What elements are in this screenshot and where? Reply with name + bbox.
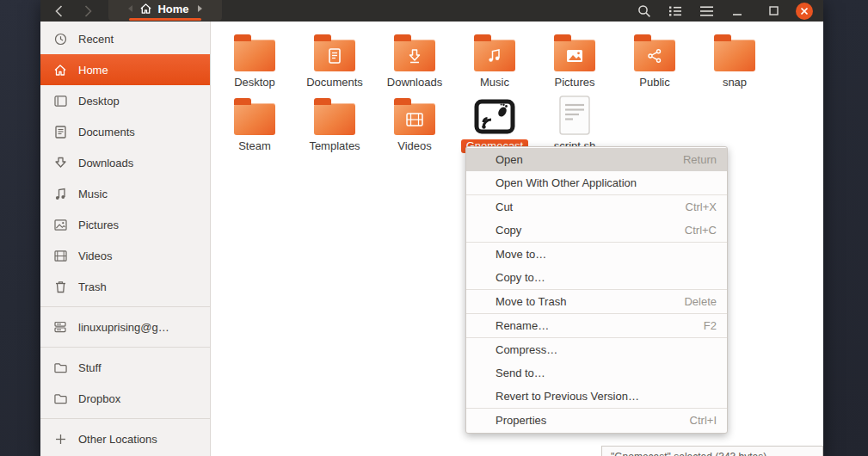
download-icon	[394, 40, 435, 71]
sidebar-label: Videos	[78, 250, 113, 262]
status-text: "Gnomecast" selected (343 bytes)	[611, 451, 766, 456]
path-scroll-left-icon[interactable]	[125, 5, 132, 12]
sidebar-item-desktop[interactable]: Desktop	[40, 85, 210, 116]
chevron-right-icon	[83, 4, 93, 18]
file-item-templates[interactable]: Templates	[296, 95, 373, 153]
file-item-pictures[interactable]: Pictures	[536, 31, 613, 89]
menu-item-shortcut: Return	[683, 153, 717, 166]
server-icon	[53, 320, 67, 334]
sidebar-item-google-account[interactable]: linuxuprising@g…	[40, 311, 210, 342]
sidebar-label: Dropbox	[78, 392, 120, 405]
recent-icon	[53, 32, 67, 46]
app-menu-button[interactable]	[691, 0, 722, 22]
file-item-steam[interactable]: Steam	[216, 95, 293, 153]
plus-icon	[53, 432, 67, 446]
sidebar-label: Home	[78, 64, 108, 77]
menu-item-cut[interactable]: Cut Ctrl+X	[466, 195, 727, 219]
sidebar-item-home[interactable]: Home	[40, 54, 210, 85]
menu-item-move-to-trash[interactable]: Move to Trash Delete	[466, 290, 727, 313]
file-label: Desktop	[229, 76, 280, 89]
forward-button[interactable]	[78, 0, 97, 22]
file-grid: Desktop Documents Downloads	[211, 22, 823, 456]
folder-icon	[394, 40, 435, 71]
home-icon	[53, 63, 67, 77]
minimize-button[interactable]	[722, 0, 753, 22]
search-icon	[637, 4, 651, 18]
file-label: snap	[717, 76, 752, 89]
sidebar-label: Recent	[78, 33, 114, 46]
menu-item-send-to[interactable]: Send to…	[466, 361, 727, 385]
path-scroll-right-icon[interactable]	[198, 5, 206, 12]
sidebar-item-downloads[interactable]: Downloads	[40, 147, 210, 178]
menu-item-move-to[interactable]: Move to…	[466, 243, 727, 266]
menu-item-properties[interactable]: Properties Ctrl+I	[466, 409, 727, 432]
breadcrumb-home-button[interactable]: Home	[139, 3, 188, 15]
folder-icon	[634, 40, 675, 71]
view-toggle-button[interactable]	[660, 0, 691, 22]
folder-icon	[714, 40, 755, 71]
file-label: Steam	[233, 139, 276, 153]
sidebar-item-trash[interactable]: Trash	[40, 271, 210, 302]
menu-item-label: Copy	[496, 224, 521, 237]
sidebar-item-recent[interactable]: Recent	[40, 23, 210, 54]
sidebar-item-pictures[interactable]: Pictures	[40, 209, 210, 240]
maximize-icon	[769, 6, 779, 15]
folder-icon	[394, 103, 435, 135]
sidebar-item-documents[interactable]: Documents	[40, 116, 210, 147]
menu-item-copy[interactable]: Copy Ctrl+C	[466, 219, 727, 242]
menu-item-copy-to[interactable]: Copy to…	[466, 266, 727, 289]
menu-item-label: Rename…	[496, 319, 549, 332]
status-bar: "Gnomecast" selected (343 bytes)	[601, 446, 823, 456]
sidebar-item-other-locations[interactable]: Other Locations	[40, 423, 210, 454]
menu-item-shortcut: Ctrl+X	[686, 200, 717, 213]
documents-icon	[53, 125, 67, 139]
close-button[interactable]	[796, 3, 813, 20]
file-item-snap[interactable]: snap	[696, 31, 773, 89]
sidebar-label: Downloads	[78, 157, 133, 169]
file-item-desktop[interactable]: Desktop	[216, 31, 293, 89]
file-label: Public	[634, 76, 674, 89]
header-actions	[629, 0, 823, 22]
downloads-icon	[53, 156, 67, 169]
file-item-documents[interactable]: Documents	[296, 31, 373, 89]
sidebar-separator	[40, 347, 210, 348]
sidebar-label: Documents	[78, 126, 135, 139]
sidebar-label: Pictures	[78, 219, 119, 231]
back-button[interactable]	[49, 0, 68, 22]
desktop-icon	[53, 94, 67, 108]
sidebar-item-stuff[interactable]: Stuff	[40, 352, 210, 383]
breadcrumb-label: Home	[157, 3, 188, 15]
menu-item-open[interactable]: Open Return	[466, 148, 727, 171]
path-bar: Home	[108, 0, 222, 21]
folder-icon	[234, 40, 275, 71]
file-item-gnomecast[interactable]: Gnomecast	[456, 95, 533, 153]
menu-item-revert-to-previous-version[interactable]: Revert to Previous Version…	[466, 385, 727, 408]
file-item-script-sh[interactable]: script.sh	[536, 95, 613, 153]
sidebar-item-videos[interactable]: Videos	[40, 240, 210, 271]
film-icon	[394, 103, 435, 135]
folder-icon	[474, 40, 515, 71]
sidebar-label: Desktop	[78, 95, 120, 108]
menu-item-label: Revert to Previous Version…	[496, 390, 639, 403]
sidebar-item-music[interactable]: Music	[40, 178, 210, 209]
sidebar-label: Trash	[78, 280, 107, 293]
file-label: Downloads	[382, 76, 447, 89]
file-label: Music	[475, 76, 514, 89]
menu-item-rename[interactable]: Rename… F2	[466, 314, 727, 337]
sidebar-item-dropbox[interactable]: Dropbox	[40, 383, 210, 414]
menu-item-open-with-other-application[interactable]: Open With Other Application	[466, 171, 727, 194]
menu-item-label: Copy to…	[496, 271, 545, 284]
file-label: Videos	[392, 139, 437, 153]
menu-item-shortcut: Ctrl+I	[690, 414, 717, 427]
file-item-public[interactable]: Public	[616, 31, 693, 89]
search-button[interactable]	[629, 0, 660, 22]
menu-item-label: Open	[496, 153, 523, 166]
image-icon	[554, 40, 595, 71]
folder-icon	[234, 103, 275, 135]
file-item-downloads[interactable]: Downloads	[376, 31, 453, 89]
music-icon	[53, 187, 67, 200]
menu-item-compress[interactable]: Compress…	[466, 338, 727, 361]
file-item-music[interactable]: Music	[456, 31, 533, 89]
file-item-videos[interactable]: Videos	[376, 95, 453, 153]
maximize-button[interactable]	[758, 0, 789, 22]
